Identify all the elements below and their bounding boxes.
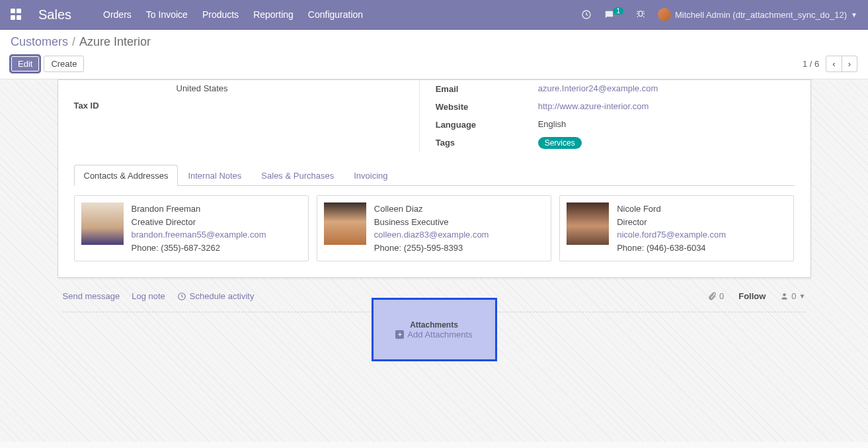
app-name: Sales: [38, 7, 71, 22]
breadcrumb-current: Azure Interior: [79, 35, 151, 49]
tag-pill: Services: [538, 137, 582, 149]
tab-invoicing[interactable]: Invoicing: [344, 165, 397, 186]
tab-contacts-addresses[interactable]: Contacts & Addresses: [74, 165, 178, 186]
contacts-grid: Brandon Freeman Creative Director brando…: [74, 195, 795, 261]
svg-point-2: [783, 293, 786, 296]
chevron-down-icon: ▼: [851, 11, 857, 19]
nav-products[interactable]: Products: [202, 9, 239, 20]
website-label: Website: [436, 98, 538, 116]
tab-sales-purchases[interactable]: Sales & Purchases: [251, 165, 344, 186]
user-menu[interactable]: Mitchell Admin (dtr_attachment_sync_do_1…: [658, 8, 857, 21]
taxid-label: Tax ID: [74, 97, 177, 114]
tabs: Contacts & Addresses Internal Notes Sale…: [74, 164, 795, 186]
messages-icon[interactable]: 1: [604, 9, 623, 21]
chatter: Send message Log note Schedule activity …: [58, 287, 811, 361]
messages-badge: 1: [613, 7, 623, 15]
top-navbar: Sales Orders To Invoice Products Reporti…: [0, 0, 868, 30]
contact-name: Colleen Diaz: [374, 202, 489, 216]
contact-phone: Phone: (355)-687-3262: [132, 242, 266, 255]
contact-email[interactable]: brandon.freeman55@example.com: [132, 230, 266, 240]
add-attachments-button[interactable]: + Add Attachments: [395, 330, 472, 339]
language-label: Language: [436, 116, 538, 134]
avatar-icon: [658, 8, 671, 21]
apps-icon[interactable]: [11, 9, 22, 21]
contact-title: Creative Director: [132, 216, 266, 229]
contact-name: Nicole Ford: [617, 202, 726, 216]
nav-to-invoice[interactable]: To Invoice: [146, 9, 188, 20]
breadcrumb: Customers / Azure Interior: [11, 35, 857, 49]
tab-internal-notes[interactable]: Internal Notes: [178, 165, 251, 186]
nav-menu: Orders To Invoice Products Reporting Con…: [103, 9, 363, 20]
website-link[interactable]: http://www.azure-interior.com: [538, 101, 649, 111]
contact-card[interactable]: Colleen Diaz Business Executive colleen.…: [317, 195, 551, 261]
country-value: United States: [177, 80, 413, 97]
attachments-title: Attachments: [410, 320, 458, 330]
tags-label: Tags: [436, 134, 538, 152]
language-value: English: [538, 116, 795, 134]
contact-photo: [324, 202, 366, 245]
contact-title: Director: [617, 216, 726, 229]
nav-orders[interactable]: Orders: [103, 9, 132, 20]
contact-phone: Phone: (946)-638-6034: [617, 242, 726, 255]
contact-email[interactable]: colleen.diaz83@example.com: [374, 230, 489, 240]
contact-photo: [81, 202, 124, 245]
contact-name: Brandon Freeman: [132, 202, 266, 216]
control-panel: Customers / Azure Interior Edit Create 1…: [0, 30, 868, 79]
breadcrumb-parent[interactable]: Customers: [11, 35, 68, 49]
contact-photo: [567, 202, 609, 245]
contact-card[interactable]: Brandon Freeman Creative Director brando…: [74, 195, 309, 261]
pager-next[interactable]: ›: [842, 56, 857, 72]
contact-title: Business Executive: [374, 216, 489, 229]
activity-icon[interactable]: [581, 9, 592, 20]
nav-reporting[interactable]: Reporting: [253, 9, 294, 20]
nav-configuration[interactable]: Configuration: [308, 9, 363, 20]
edit-button[interactable]: Edit: [11, 56, 40, 72]
email-label: Email: [436, 80, 538, 98]
pager-prev[interactable]: ‹: [826, 56, 842, 72]
plus-icon: +: [395, 330, 404, 339]
form-sheet: United States Tax ID Email azure.Interio…: [58, 79, 811, 278]
contact-email[interactable]: nicole.ford75@example.com: [617, 230, 726, 240]
debug-icon[interactable]: [635, 9, 646, 20]
pager-text[interactable]: 1 / 6: [803, 59, 819, 69]
create-button[interactable]: Create: [44, 56, 84, 72]
email-link[interactable]: azure.Interior24@example.com: [538, 83, 658, 93]
contact-card[interactable]: Nicole Ford Director nicole.ford75@examp…: [559, 195, 794, 261]
main-content[interactable]: United States Tax ID Email azure.Interio…: [0, 79, 868, 442]
contact-phone: Phone: (255)-595-8393: [374, 242, 489, 255]
attachments-dropzone[interactable]: Attachments + Add Attachments: [372, 298, 497, 361]
